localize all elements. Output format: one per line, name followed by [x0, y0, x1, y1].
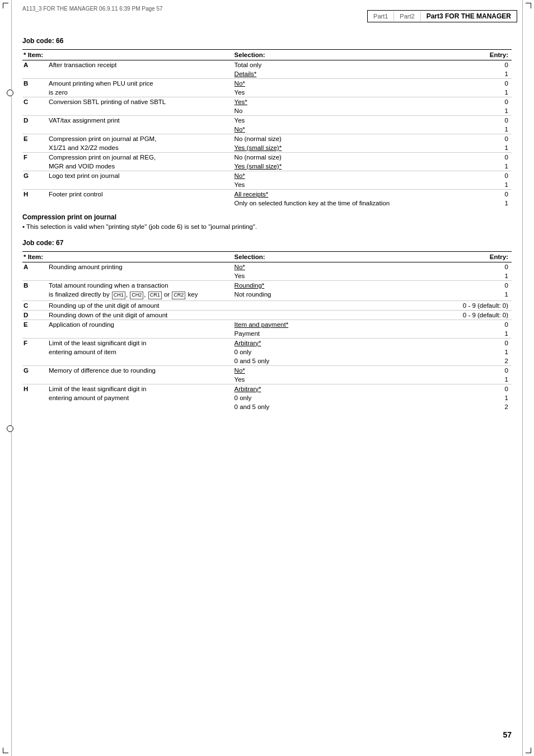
cell-entry: 0 — [458, 365, 512, 375]
table-row: 0 and 5 only2 — [22, 356, 512, 366]
table-row: DVAT/tax assignment printYes0 — [22, 116, 512, 125]
cell-selection: No* — [233, 171, 459, 181]
crop-mark-tl — [3, 3, 8, 8]
cell-desc: entering amount of item — [48, 348, 233, 356]
table-row: Details*1 — [22, 69, 512, 79]
job-code-67-table: * Item: Selection: Entry: ARounding amou… — [22, 251, 512, 411]
cell-desc: is zero — [48, 88, 233, 97]
cell-entry: 1 — [458, 348, 512, 356]
fold-mark-bottom — [7, 425, 13, 432]
cell-desc — [48, 199, 233, 208]
cell-desc: MGR and VOID modes — [48, 162, 233, 171]
col-header-entry: Entry: — [458, 50, 512, 60]
cell-selection: No* — [233, 365, 459, 375]
cell-item: A — [22, 262, 48, 272]
cell-item: B — [22, 79, 48, 88]
cell-entry: 0 — [458, 338, 512, 348]
cell-item — [22, 143, 48, 153]
cell-desc — [48, 271, 233, 281]
table-row: ARounding amount printingNo*0 — [22, 262, 512, 272]
part-navigation: Part1 Part2 Part3 FOR THE MANAGER — [367, 10, 517, 22]
right-border — [522, 0, 523, 756]
cell-entry: 1 — [458, 375, 512, 384]
cell-item: G — [22, 171, 48, 181]
cell-selection: No* — [233, 79, 459, 88]
cell-item — [22, 348, 48, 356]
cell-desc: VAT/tax assignment print — [48, 116, 233, 125]
cell-desc: Amount printing when PLU unit price — [48, 79, 233, 88]
cell-item: E — [22, 320, 48, 329]
cell-item — [22, 356, 48, 366]
cell-entry: 1 — [458, 393, 512, 402]
cell-selection: Details* — [233, 69, 459, 79]
cell-desc: Compression print on journal at REG, — [48, 153, 233, 162]
cell-selection: Yes (small size)* — [233, 162, 459, 171]
cell-desc: entering amount of payment — [48, 393, 233, 402]
table-row: HFooter print controlAll receipts*0 — [22, 190, 512, 199]
cell-selection: Yes — [233, 116, 459, 125]
compression-note-title: Compression print on journal — [22, 213, 512, 221]
crop-mark-tr — [526, 3, 531, 8]
table-row: Yes1 — [22, 375, 512, 384]
cell-item: C — [22, 97, 48, 107]
col-header-desc — [48, 50, 233, 60]
cell-selection: Yes (small size)* — [233, 143, 459, 153]
cell-desc: Application of rounding — [48, 320, 233, 329]
cell-entry: 1 — [458, 290, 512, 300]
col-header-selection: Selection: — [233, 50, 459, 60]
cell-item — [22, 69, 48, 79]
cell-selection: No (normal size) — [233, 134, 459, 144]
cell-desc — [48, 402, 233, 411]
cell-entry: 0 — [458, 153, 512, 162]
cell-selection: 0 and 5 only — [233, 356, 459, 366]
cell-item — [22, 375, 48, 384]
table-row: No1 — [22, 106, 512, 116]
table-row: GMemory of difference due to roundingNo*… — [22, 365, 512, 375]
cell-desc: Conversion SBTL printing of native SBTL — [48, 97, 233, 107]
cell-selection: Not rounding — [233, 290, 459, 300]
cell-selection: Arbitrary* — [233, 338, 459, 348]
left-border — [11, 0, 12, 756]
cell-entry: 1 — [458, 106, 512, 116]
cell-item — [22, 199, 48, 208]
cell-selection: Yes* — [233, 97, 459, 107]
cell-selection: Rounding* — [233, 281, 459, 290]
cell-selection: No* — [233, 262, 459, 272]
table-row: Yes1 — [22, 271, 512, 281]
col-header-item: * Item: — [22, 50, 48, 60]
part1-label: Part1 — [368, 11, 394, 21]
cell-selection — [233, 310, 459, 320]
cell-entry: 0 — [458, 320, 512, 329]
cell-selection: Arbitrary* — [233, 384, 459, 393]
cell-entry: 1 — [458, 199, 512, 208]
cell-item — [22, 329, 48, 339]
cell-item — [22, 125, 48, 134]
table-row: MGR and VOID modesYes (small size)*1 — [22, 162, 512, 171]
page-number: 57 — [503, 730, 512, 739]
cell-desc: Rounding down of the unit digit of amoun… — [48, 310, 233, 320]
cell-selection: No* — [233, 125, 459, 134]
table-row: X1/Z1 and X2/Z2 modesYes (small size)*1 — [22, 143, 512, 153]
cell-selection — [233, 300, 459, 310]
table-row: Yes1 — [22, 180, 512, 190]
cell-desc: Rounding amount printing — [48, 262, 233, 272]
cell-desc: Limit of the least significant digit in — [48, 384, 233, 393]
cell-item: E — [22, 134, 48, 144]
cell-desc: Compression print on journal at PGM, — [48, 134, 233, 144]
cell-selection: Only on selected function key at the tim… — [233, 199, 459, 208]
part3-label: Part3 FOR THE MANAGER — [421, 11, 517, 22]
cell-item — [22, 271, 48, 281]
cell-selection: Total only — [233, 60, 459, 70]
fold-mark-top — [7, 90, 13, 96]
cell-desc: Footer print control — [48, 190, 233, 199]
col67-header-item: * Item: — [22, 252, 48, 262]
cell-entry: 0 - 9 (default: 0) — [458, 310, 512, 320]
cell-selection: Item and payment* — [233, 320, 459, 329]
cell-item: G — [22, 365, 48, 375]
table-row: FCompression print on journal at REG,No … — [22, 153, 512, 162]
cell-item: D — [22, 310, 48, 320]
cell-entry: 0 — [458, 171, 512, 181]
part2-label: Part2 — [394, 11, 420, 21]
table-row: Only on selected function key at the tim… — [22, 199, 512, 208]
table-row: entering amount of item0 only1 — [22, 348, 512, 356]
